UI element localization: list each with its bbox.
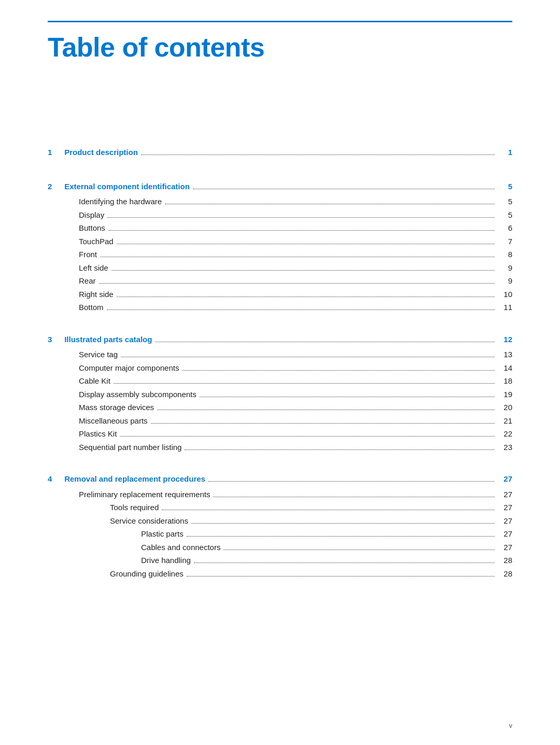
toc-dots bbox=[155, 342, 495, 342]
toc-page: 20 bbox=[498, 401, 512, 414]
toc-entry-sub: TouchPad 7 bbox=[48, 235, 512, 248]
toc-dots bbox=[191, 523, 495, 524]
toc-entry-sub: Grounding guidelines 28 bbox=[48, 567, 512, 581]
toc-page: 1 bbox=[498, 146, 512, 159]
toc-page: 27 bbox=[498, 472, 512, 486]
toc-page: 19 bbox=[498, 388, 512, 401]
toc-dots bbox=[108, 230, 495, 231]
toc-entry-sub: Sequential part number listing 23 bbox=[48, 441, 512, 454]
toc-entry-sub: Computer major components 14 bbox=[48, 361, 512, 375]
toc-page: 14 bbox=[498, 361, 512, 375]
toc-label: Bottom bbox=[79, 301, 104, 314]
toc-label: Rear bbox=[79, 274, 96, 288]
top-rule bbox=[48, 21, 512, 22]
toc-dots bbox=[141, 154, 495, 155]
toc-entry-sub: Plastic parts 27 bbox=[48, 527, 512, 541]
toc-label: Plastic parts bbox=[141, 527, 184, 541]
toc-label: External component identification bbox=[62, 180, 190, 193]
toc-page: 27 bbox=[498, 527, 512, 541]
toc-number: 1 bbox=[48, 146, 62, 159]
toc-label: Identifying the hardware bbox=[79, 195, 162, 208]
toc-label: Service considerations bbox=[110, 514, 188, 528]
toc-page: 8 bbox=[498, 248, 512, 261]
page-footer: v bbox=[509, 722, 513, 729]
toc-entry-sub: Preliminary replacement requirements 27 bbox=[48, 488, 512, 501]
toc-page: 27 bbox=[498, 488, 512, 501]
toc-page: 18 bbox=[498, 374, 512, 388]
toc-label: Cable Kit bbox=[79, 374, 110, 388]
toc-label: Cables and connectors bbox=[141, 541, 220, 554]
toc-page: 22 bbox=[498, 427, 512, 441]
toc-dots bbox=[120, 436, 495, 437]
toc-label: Grounding guidelines bbox=[110, 567, 184, 581]
toc-label: Illustrated parts catalog bbox=[62, 333, 152, 346]
toc-dots bbox=[117, 297, 495, 297]
toc-entry-sub: Display 5 bbox=[48, 208, 512, 222]
toc-label: Front bbox=[79, 248, 97, 261]
toc-page: 12 bbox=[498, 333, 512, 346]
toc-number: 4 bbox=[48, 472, 62, 486]
toc-page: 5 bbox=[498, 180, 512, 193]
toc-number: 2 bbox=[48, 180, 62, 193]
toc-page: 23 bbox=[498, 441, 512, 454]
toc-label: Right side bbox=[79, 288, 114, 301]
toc-dots bbox=[187, 536, 495, 537]
toc-entry-ch4: 4 Removal and replacement procedures 27 bbox=[48, 472, 512, 486]
toc-dots bbox=[165, 204, 495, 204]
toc-entry-sub: Service considerations 27 bbox=[48, 514, 512, 528]
toc-entry-sub: Buttons 6 bbox=[48, 221, 512, 235]
toc-page: 9 bbox=[498, 274, 512, 288]
toc-entry-sub: Cable Kit 18 bbox=[48, 374, 512, 388]
toc-dots bbox=[193, 189, 495, 189]
toc-entry-sub: Mass storage devices 20 bbox=[48, 401, 512, 414]
toc-dots bbox=[117, 244, 495, 244]
toc-page: 5 bbox=[498, 195, 512, 208]
toc-entry-sub: Left side 9 bbox=[48, 261, 512, 275]
toc-label: Computer major components bbox=[79, 361, 179, 375]
toc-entry-sub: Display assembly subcomponents 19 bbox=[48, 388, 512, 401]
toc-label: Left side bbox=[79, 261, 108, 275]
toc-entry-sub: Front 8 bbox=[48, 248, 512, 261]
toc-dots bbox=[107, 217, 495, 218]
toc-page: 11 bbox=[498, 301, 512, 314]
toc-label: Mass storage devices bbox=[79, 401, 154, 414]
toc-entry-sub: Bottom 11 bbox=[48, 301, 512, 314]
toc-label: Buttons bbox=[79, 221, 105, 235]
toc-label: Sequential part number listing bbox=[79, 441, 181, 454]
toc-number: 3 bbox=[48, 333, 62, 346]
toc-page: 27 bbox=[498, 541, 512, 554]
page: Table of contents 1 Product description … bbox=[0, 0, 560, 745]
toc-dots bbox=[208, 481, 495, 482]
toc-page: 27 bbox=[498, 501, 512, 514]
toc-section: 1 Product description 1 2 External compo… bbox=[48, 146, 512, 580]
toc-dots bbox=[157, 410, 495, 410]
toc-entry-sub: Identifying the hardware 5 bbox=[48, 195, 512, 208]
toc-label: Service tag bbox=[79, 348, 118, 361]
toc-page: 10 bbox=[498, 288, 512, 301]
toc-label: Product description bbox=[62, 146, 138, 159]
toc-dots bbox=[107, 310, 495, 310]
toc-dots bbox=[194, 563, 495, 563]
toc-page: 9 bbox=[498, 261, 512, 275]
toc-entry-sub: Drive handling 28 bbox=[48, 554, 512, 567]
toc-page: 28 bbox=[498, 554, 512, 567]
toc-dots bbox=[151, 423, 495, 424]
toc-label: Display assembly subcomponents bbox=[79, 388, 197, 401]
toc-dots bbox=[162, 510, 495, 510]
toc-label: Preliminary replacement requirements bbox=[79, 488, 210, 501]
toc-page: 28 bbox=[498, 567, 512, 581]
toc-entry-ch2: 2 External component identification 5 bbox=[48, 180, 512, 193]
toc-label: Tools required bbox=[110, 501, 159, 514]
toc-page: 21 bbox=[498, 414, 512, 428]
page-title: Table of contents bbox=[48, 32, 512, 63]
toc-entry-sub: Cables and connectors 27 bbox=[48, 541, 512, 554]
toc-page: 27 bbox=[498, 514, 512, 528]
toc-dots bbox=[187, 576, 495, 577]
toc-dots bbox=[99, 283, 495, 284]
toc-label: Removal and replacement procedures bbox=[62, 472, 205, 486]
toc-entry-sub: Plastics Kit 22 bbox=[48, 427, 512, 441]
toc-label: TouchPad bbox=[79, 235, 114, 248]
toc-page: 6 bbox=[498, 221, 512, 235]
toc-label: Drive handling bbox=[141, 554, 191, 567]
toc-entry-sub: Right side 10 bbox=[48, 288, 512, 301]
